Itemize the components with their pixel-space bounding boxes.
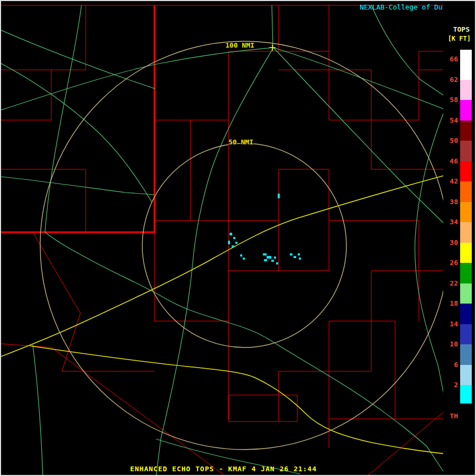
- legend-color-block: [460, 222, 472, 243]
- radar-map: [1, 1, 476, 476]
- legend-label: 2: [443, 381, 458, 389]
- county-boundaries: [1, 5, 448, 476]
- legend-color-block: [460, 365, 472, 386]
- legend-label: 18: [443, 299, 458, 307]
- legend-label: 62: [443, 76, 458, 84]
- legend-color-block: [460, 121, 472, 141]
- legend-label: 6: [443, 361, 458, 369]
- legend-label: 50: [443, 136, 458, 144]
- status-bar: ENHANCED ECHO TOPS - KMAF 4 JAN 26 21:44: [1, 465, 446, 473]
- legend-color-block: [460, 161, 472, 182]
- legend-color-block: [460, 263, 472, 283]
- outer-range-ring-label: 100 NMI: [225, 41, 254, 49]
- legend-color-block: [460, 385, 472, 404]
- legend-color-block: [460, 50, 472, 59]
- color-scale-title: TOPS: [453, 25, 470, 33]
- legend-color-block: [460, 324, 472, 345]
- color-scale: 66625854504642383430262218141062TH: [443, 1, 476, 476]
- legend-label: TH: [443, 412, 458, 420]
- legend-color-block: [460, 283, 472, 304]
- legend-label: 42: [443, 177, 458, 185]
- legend-label: 46: [443, 157, 458, 165]
- radar-display: 100 NMI 50 NMI NEXLAB-College of DuPage …: [0, 0, 476, 476]
- legend-label: 22: [443, 279, 458, 287]
- legend-color-block: [460, 344, 472, 365]
- radar-echoes: [228, 194, 301, 264]
- legend-label: 58: [443, 96, 458, 104]
- legend-label: 38: [443, 198, 458, 206]
- legend-color-block: [460, 243, 472, 263]
- legend-color-block: [460, 181, 472, 202]
- city-marker: [269, 44, 276, 51]
- legend-color-block: [460, 59, 472, 80]
- state-border: [1, 5, 154, 232]
- legend-color-block: [460, 141, 472, 161]
- roads-rivers: [1, 5, 448, 476]
- legend-label: 26: [443, 259, 458, 267]
- legend-label: 30: [443, 239, 458, 246]
- legend-label: 54: [443, 116, 458, 124]
- range-rings: [40, 41, 448, 450]
- legend-color-block: [460, 80, 472, 100]
- legend-label: 66: [443, 55, 458, 63]
- legend-label: 14: [443, 320, 458, 328]
- highways: [1, 175, 468, 456]
- inner-range-ring-label: 50 NMI: [228, 138, 253, 146]
- legend-label: 10: [443, 340, 458, 348]
- legend-color-block: [460, 100, 472, 121]
- legend-color-block: [460, 304, 472, 324]
- color-scale-units: [K FT]: [448, 35, 471, 42]
- legend-color-block: [460, 202, 472, 223]
- legend-label: 34: [443, 218, 458, 226]
